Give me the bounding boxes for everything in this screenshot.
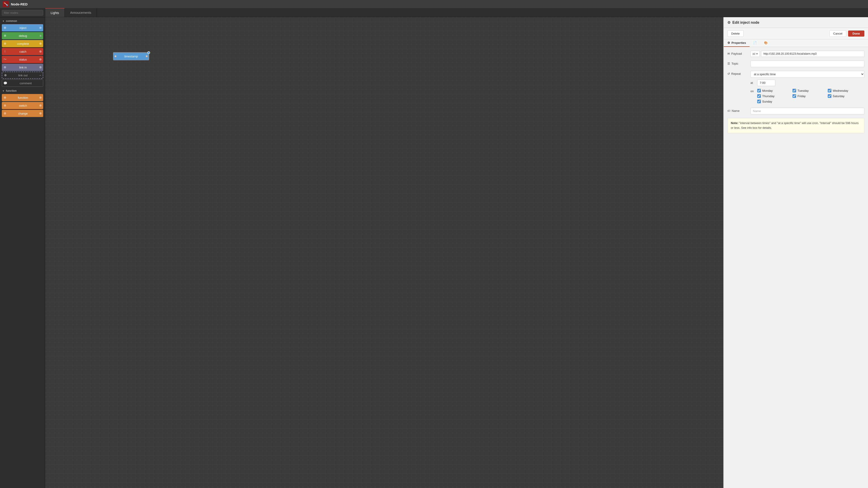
day-sunday[interactable]: Sunday [757, 100, 789, 103]
sidebar-item-linkout[interactable]: link out → [2, 72, 43, 79]
repeat-icon: ↺ [727, 72, 730, 75]
edit-form: ✉ Payload az ▾ [724, 47, 868, 488]
change-left-port [2, 110, 8, 117]
appearance-icon: 🎨 [764, 41, 768, 44]
tab-description[interactable]: 📄 [749, 39, 761, 47]
inject-left-port [2, 24, 8, 31]
monday-label: Monday [762, 89, 773, 92]
timestamp-node-right-port [145, 53, 149, 60]
filter-bar[interactable] [0, 8, 45, 18]
edit-panel-title: Edit inject node [733, 21, 759, 25]
function-right-port [38, 94, 43, 101]
note-bold: Note: [731, 121, 738, 125]
tab-announcements[interactable]: Annoucements [65, 8, 97, 17]
sidebar-section-common[interactable]: ▼ common [0, 18, 45, 24]
inject-label: inject [8, 26, 38, 30]
delete-button[interactable]: Delete [727, 30, 744, 37]
day-wednesday[interactable]: Wednesday [828, 89, 860, 92]
day-friday[interactable]: Friday [793, 94, 824, 98]
sidebar-item-complete[interactable]: complete [2, 40, 43, 47]
saturday-checkbox[interactable] [828, 94, 831, 98]
timestamp-node-connector-dot [147, 51, 150, 54]
day-monday[interactable]: Monday [757, 89, 789, 92]
repeat-select[interactable]: none interval interval between times at … [750, 71, 864, 78]
sidebar-item-status[interactable]: 〜 status [2, 56, 43, 63]
day-saturday[interactable]: Saturday [828, 94, 860, 98]
tab-properties[interactable]: ⚙ Properties [724, 39, 749, 47]
sidebar: ▼ common inject debug ≡ complete ! catch… [0, 8, 45, 488]
sidebar-item-linkin[interactable]: link in [2, 64, 43, 71]
status-left-port: 〜 [2, 56, 8, 63]
payload-type-label: az [752, 52, 755, 55]
canvas[interactable]: timestamp ⚙ Edit inject node Delete [45, 17, 868, 488]
node-red-logo-icon [3, 1, 9, 7]
payload-label: ✉ Payload [727, 51, 748, 55]
linkin-right-port [38, 64, 43, 71]
complete-left-port [2, 40, 8, 47]
sidebar-item-comment[interactable]: 💬 comment [2, 79, 43, 87]
payload-input[interactable] [761, 51, 864, 57]
day-thursday[interactable]: Thursday [757, 94, 789, 98]
thursday-label: Thursday [762, 94, 774, 98]
friday-label: Friday [798, 94, 806, 98]
payload-type-select[interactable]: az ▾ [750, 51, 760, 57]
tab-bar: Lights Annoucements [45, 8, 868, 17]
tuesday-checkbox[interactable] [793, 89, 796, 92]
sunday-checkbox[interactable] [757, 100, 761, 103]
topic-input[interactable] [750, 61, 864, 67]
done-button[interactable]: Done [848, 31, 865, 37]
wednesday-checkbox[interactable] [828, 89, 831, 92]
tuesday-label: Tuesday [798, 89, 809, 92]
name-input[interactable] [750, 108, 864, 114]
sidebar-item-switch[interactable]: switch [2, 102, 43, 109]
tab-announcements-label: Annoucements [70, 11, 91, 14]
sidebar-item-debug[interactable]: debug ≡ [2, 32, 43, 39]
repeat-control: none interval interval between times at … [750, 71, 864, 78]
topic-row: ☰ Topic [727, 61, 864, 67]
friday-checkbox[interactable] [793, 94, 796, 98]
linkout-right-port: → [37, 72, 43, 78]
sidebar-item-catch[interactable]: ! catch [2, 48, 43, 55]
topic-icon: ☰ [727, 62, 730, 65]
day-tuesday[interactable]: Tuesday [793, 89, 824, 92]
sidebar-section-function-label: function [6, 89, 17, 92]
switch-left-port [2, 102, 8, 109]
time-input[interactable] [757, 79, 775, 86]
properties-gear-icon: ⚙ [727, 41, 730, 44]
sidebar-section-function[interactable]: ▼ function [0, 88, 45, 93]
at-label: at [750, 81, 755, 85]
tab-lights[interactable]: Lights [45, 8, 65, 17]
inject-right-port [38, 24, 43, 31]
payload-row: ✉ Payload az ▾ [727, 51, 864, 57]
tab-appearance[interactable]: 🎨 [761, 39, 771, 47]
note-text: "interval between times" and "at a speci… [731, 121, 859, 129]
sidebar-section-common-label: common [6, 20, 17, 23]
function-left-port [2, 94, 8, 101]
catch-label: catch [8, 50, 38, 53]
debug-left-port [2, 32, 8, 39]
sidebar-item-inject[interactable]: inject [2, 24, 43, 31]
cancel-button[interactable]: Cancel [829, 30, 846, 37]
sunday-label: Sunday [762, 100, 772, 103]
linkout-left-port [2, 72, 8, 78]
monday-checkbox[interactable] [757, 89, 761, 92]
envelope-icon: ✉ [727, 52, 730, 55]
comment-left-port: 💬 [2, 80, 8, 87]
on-row: on Monday Tuesday [750, 89, 864, 103]
sidebar-item-function[interactable]: function [2, 94, 43, 101]
topic-control [750, 61, 864, 67]
edit-panel-toolbar: Delete Cancel Done [724, 28, 868, 39]
debug-label: debug [8, 34, 38, 37]
note-box: Note: "interval between times" and "at a… [727, 118, 864, 133]
thursday-checkbox[interactable] [757, 94, 761, 98]
comment-label: comment [8, 82, 43, 85]
repeat-row: ↺ Repeat none interval interval between … [727, 71, 864, 78]
catch-right-port [38, 48, 43, 55]
saturday-label: Saturday [833, 94, 844, 98]
filter-nodes-input[interactable] [2, 10, 43, 15]
timestamp-node-left-port [114, 53, 118, 60]
edit-panel-header: ⚙ Edit inject node [724, 17, 868, 28]
timestamp-node[interactable]: timestamp [113, 52, 149, 60]
sidebar-item-change[interactable]: change [2, 110, 43, 117]
repeat-details: at on Monday [750, 79, 864, 103]
